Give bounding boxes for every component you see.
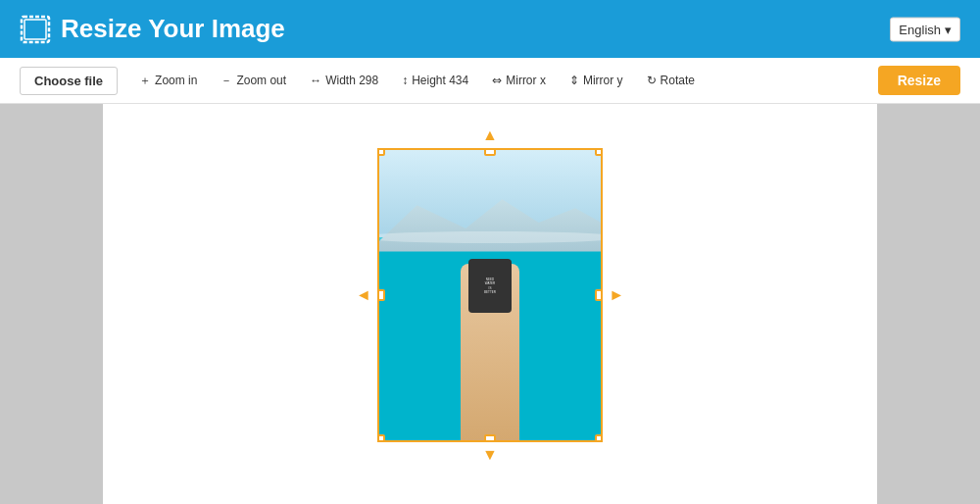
water-surface [377,231,603,243]
resize-handle-bottom-left[interactable] [377,434,385,442]
left-panel [0,104,103,504]
logo-icon [20,15,51,44]
rotate-icon: ↻ [647,74,657,87]
resize-button[interactable]: Resize [878,66,960,95]
app-title: Resize Your Image [61,14,285,44]
zoom-out-button[interactable]: － Zoom out [211,68,296,94]
language-selector[interactable]: English ▾ [890,17,960,41]
resize-arrow-top[interactable]: ▲ [482,126,498,144]
resize-arrow-left[interactable]: ◄ [356,286,371,304]
canvas-area[interactable]: ▲ ▼ ◄ ► NEEDWATERISBETTER [103,104,877,504]
resize-handle-bottom-right[interactable] [595,434,603,442]
right-panel [877,104,980,504]
mirror-y-button[interactable]: ⇕ Mirror y [560,69,633,92]
image-container[interactable]: ▲ ▼ ◄ ► NEEDWATERISBETTER [377,148,603,442]
image-preview: NEEDWATERISBETTER [377,148,603,442]
svg-rect-0 [22,17,49,42]
rotate-button[interactable]: ↻ Rotate [637,69,705,92]
resize-handle-top-right[interactable] [595,148,603,156]
photo-background: NEEDWATERISBETTER [379,150,601,440]
resize-handle-top-left[interactable] [377,148,385,156]
mirror-x-button[interactable]: ⇔ Mirror x [482,69,556,92]
resize-handle-top-center[interactable] [484,148,496,156]
zoom-in-icon: ＋ [139,73,151,89]
toolbar: Choose file ＋ Zoom in － Zoom out ↔ Width… [0,58,980,104]
language-label: English [899,22,941,36]
chevron-down-icon: ▾ [945,22,952,36]
height-icon: ↕ [402,74,408,87]
logo: Resize Your Image [20,14,285,44]
mirror-x-icon: ⇔ [492,74,502,87]
phone: NEEDWATERISBETTER [468,259,512,313]
resize-handle-middle-left[interactable] [377,289,385,301]
resize-arrow-bottom[interactable]: ▼ [482,446,498,464]
resize-arrow-right[interactable]: ► [609,286,624,304]
height-control[interactable]: ↕ Height 434 [392,69,478,92]
main-area: ▲ ▼ ◄ ► NEEDWATERISBETTER [0,104,980,504]
zoom-out-icon: － [220,73,232,89]
phone-text: NEEDWATERISBETTER [484,277,496,294]
resize-handle-middle-right[interactable] [595,289,603,301]
hand-arm: NEEDWATERISBETTER [461,264,519,440]
zoom-in-button[interactable]: ＋ Zoom in [129,68,207,94]
width-control[interactable]: ↔ Width 298 [300,69,388,92]
width-icon: ↔ [310,74,321,87]
choose-file-button[interactable]: Choose file [20,67,118,95]
mirror-y-icon: ⇕ [569,74,579,87]
svg-rect-1 [24,20,46,39]
app-header: Resize Your Image English ▾ [0,0,980,58]
resize-handle-bottom-center[interactable] [484,434,496,442]
